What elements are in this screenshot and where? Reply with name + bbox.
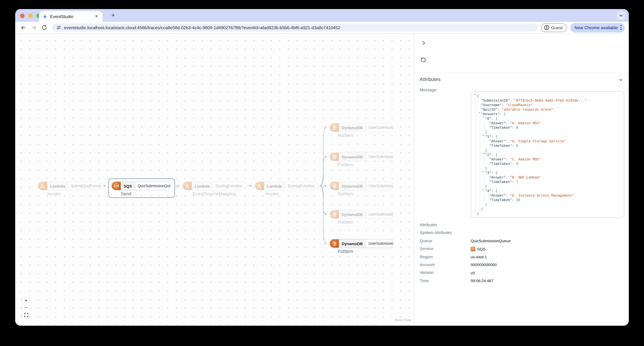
json-collapse-toggle-icon[interactable]: › [477, 112, 482, 115]
json-line: ›"4": { [474, 189, 622, 193]
node-service-label: DynamoDB [339, 182, 366, 190]
new-tab-button[interactable]: + [109, 12, 117, 19]
json-line: } [474, 211, 622, 216]
flow-node-lambda-submitquizfunction[interactable]: Lambda SubmitQuizFunction [38, 181, 102, 191]
flow-node-dynamodb-usersubmissions[interactable]: DynamoDB UserSubmissions [330, 210, 394, 219]
url-bar[interactable]: eventstudio.localhost.localstack.cloud:4… [52, 24, 538, 32]
dynamodb-icon [330, 152, 339, 161]
lambda-icon [38, 182, 47, 190]
node-service-label: SQS [121, 182, 135, 190]
flow-node-lambda-scoringfunction[interactable]: Lambda ScoringFunction [182, 181, 246, 191]
edge-operation-label: PutItem [338, 162, 353, 167]
flow-node-dynamodb-usersubmissions-active[interactable]: DynamoDB UserSubmissions [330, 239, 394, 248]
chevron-down-icon[interactable] [618, 78, 623, 82]
json-collapse-toggle-icon[interactable]: › [481, 117, 486, 120]
guest-avatar-icon [544, 25, 550, 31]
json-line: } [474, 130, 622, 134]
json-line: "Username": "cloudRookie" [474, 103, 622, 107]
json-collapse-toggle-icon[interactable]: › [481, 189, 486, 192]
node-resource-label: UserSubmissions [366, 123, 394, 132]
node-resource-label: ScoringFunction [213, 182, 246, 190]
json-line: "TimeTaken": 6 [474, 143, 622, 148]
zoom-out-button[interactable]: − [22, 304, 30, 311]
dynamodb-icon [330, 210, 339, 218]
guest-profile-button[interactable]: Guest [541, 23, 567, 32]
tab-search-chevron-icon[interactable] [617, 12, 625, 20]
edge-operation-label: Invoke [265, 191, 278, 196]
json-line: "Answer": "D. Instance Access Management… [474, 193, 622, 198]
json-line: ›"0": { [474, 116, 622, 121]
collapse-panel-button[interactable] [420, 40, 427, 46]
message-label: Message [420, 88, 436, 92]
flow-canvas[interactable]: Lambda SubmitQuizFunction Invoke SQS Qui… [15, 34, 414, 326]
chrome-update-label: New Chrome available [574, 25, 618, 30]
flow-node-lambda-scoringfunction[interactable]: Lambda ScoringFunction [255, 181, 319, 191]
zoom-in-button[interactable]: + [22, 297, 30, 304]
node-resource-label: UserSubmissions [366, 152, 394, 161]
node-resource-label: UserSubmissions [366, 182, 394, 190]
panel-divider [414, 73, 629, 73]
lambda-icon [255, 182, 264, 190]
reload-button[interactable] [40, 23, 49, 32]
canvas-controls: + − [22, 297, 30, 318]
minimize-window-button[interactable] [28, 14, 33, 18]
json-line: ›{ [474, 94, 622, 98]
tab-close-icon[interactable]: ✕ [94, 14, 100, 19]
forward-button[interactable] [29, 23, 38, 32]
json-line: } [474, 166, 622, 171]
node-service-label: DynamoDB [339, 210, 366, 218]
back-button[interactable] [18, 23, 28, 32]
json-line: ›"3": { [474, 171, 622, 175]
flow-node-sqs-quizsubmissionqueue[interactable]: SQS QuizSubmissionQueue [111, 181, 171, 191]
attribute-rows: Attributes System Attributes Queue QuizS… [420, 223, 624, 286]
site-settings-icon[interactable] [56, 25, 61, 30]
version-row: Version v0 [420, 270, 624, 278]
flow-node-dynamodb-usersubmissions[interactable]: DynamoDB UserSubmissions [330, 123, 394, 132]
dynamodb-icon [330, 123, 339, 132]
tab-strip: EventStudio ✕ + [15, 9, 629, 22]
json-line: "Answer": "C. Amazon RDS" [474, 157, 622, 162]
dynamodb-icon [330, 182, 339, 190]
account-row: Account 000000000000 [420, 262, 624, 270]
node-resource-label: UserSubmissions [366, 210, 394, 218]
attributes-section-header[interactable]: Attributes [420, 77, 440, 82]
json-collapse-toggle-icon[interactable]: › [481, 135, 486, 138]
region-row: Region us-east-1 [420, 254, 624, 262]
json-line: "QuizID": "adorable-leopards-drove" [474, 107, 622, 112]
attributes-row[interactable]: Attributes [420, 223, 624, 230]
react-flow-attribution[interactable]: React Flow [395, 318, 411, 322]
browser-window: EventStudio ✕ + eventstudio.lo [15, 9, 629, 326]
refresh-button[interactable] [420, 57, 426, 63]
time-row: Time 09:06:24:467 [420, 278, 624, 286]
json-collapse-toggle-icon[interactable]: › [473, 94, 478, 97]
node-service-label: DynamoDB [339, 152, 366, 161]
node-resource-label: QuizSubmissionQueue [135, 182, 171, 190]
edge-operation-label: Send [121, 191, 131, 196]
edge-operation-label: PutItem [338, 249, 353, 254]
json-collapse-toggle-icon[interactable]: › [481, 171, 486, 174]
fit-view-button[interactable] [22, 311, 30, 318]
kebab-menu-icon[interactable] [620, 25, 622, 30]
guest-label: Guest [551, 25, 563, 30]
eventstudio-favicon [42, 14, 48, 19]
json-collapse-toggle-icon[interactable]: › [481, 153, 486, 156]
node-resource-label: SubmitQuizFunction [68, 182, 102, 190]
flow-node-dynamodb-usersubmissions[interactable]: DynamoDB UserSubmissions [330, 152, 394, 161]
node-service-label: Lambda [47, 182, 68, 190]
edge-operation-label: EventSourceMapping [193, 191, 236, 196]
sqs-icon [112, 182, 121, 190]
url-text[interactable]: eventstudio.localhost.localstack.cloud:4… [64, 25, 340, 30]
system-attributes-row[interactable]: System Attributes [420, 230, 624, 238]
json-line: "TimeTaken": 10 [474, 198, 622, 202]
json-line: } [474, 202, 622, 207]
tab-eventstudio[interactable]: EventStudio ✕ [39, 11, 103, 22]
json-line: "Answer": "A. Simple Storage Service" [474, 139, 622, 143]
json-line: "Answer": "B. AWS Lambda" [474, 175, 622, 180]
message-json: ›{"SubmissionID": "6ffdcbc5-8e8d-4a82-97… [471, 91, 624, 218]
node-service-label: DynamoDB [339, 239, 366, 248]
close-window-button[interactable] [20, 14, 25, 18]
chrome-update-button[interactable]: New Chrome available [570, 23, 625, 32]
json-line: "Answer": "A. Amazon RDS" [474, 121, 622, 125]
json-line: } [474, 148, 622, 152]
flow-node-dynamodb-usersubmissions[interactable]: DynamoDB UserSubmissions [330, 181, 394, 191]
